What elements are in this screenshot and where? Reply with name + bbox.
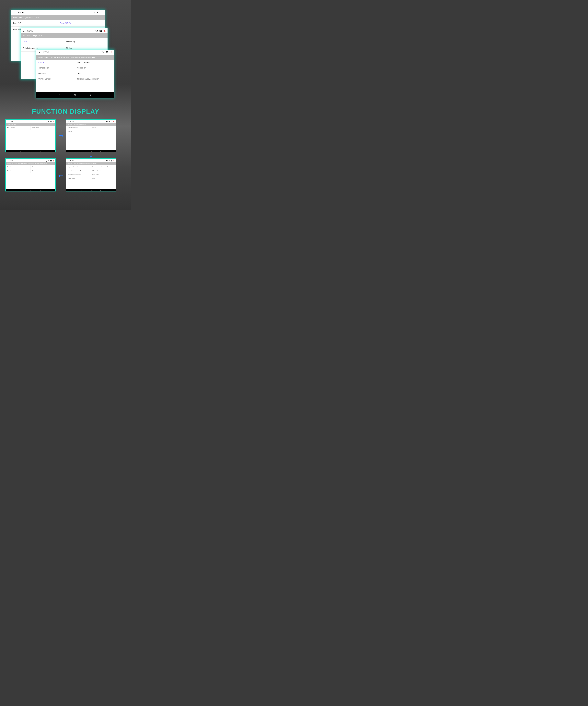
option-multiplexer[interactable]: Multiplexer: [75, 65, 114, 71]
back-button[interactable]: [68, 120, 70, 122]
back-button[interactable]: [68, 159, 70, 161]
nav-recent-icon[interactable]: [40, 189, 41, 191]
nav-back-icon[interactable]: [81, 150, 82, 152]
bluetooth-off-icon[interactable]: [113, 121, 115, 122]
option-dashboard[interactable]: Dashboard: [36, 71, 75, 76]
image-icon[interactable]: [99, 30, 102, 32]
android-navbar: [66, 189, 116, 191]
option-powerdaily[interactable]: PowerDaily: [64, 38, 108, 45]
option-motor-control[interactable]: Motor control: [91, 173, 116, 177]
svg-rect-18: [100, 151, 101, 152]
android-navbar: [6, 189, 55, 191]
option-chassis[interactable]: Chassis: [91, 126, 116, 130]
bluetooth-off-icon[interactable]: [100, 11, 103, 14]
fuso-panel-1: FUSO FUSOHD > FUSO Test by System Test b…: [5, 119, 56, 152]
svg-rect-12: [50, 121, 51, 122]
bluetooth-off-icon[interactable]: [52, 160, 54, 161]
panel-header: FUSO: [66, 159, 116, 162]
option-engine-control[interactable]: Engine control module: [66, 165, 91, 169]
svg-point-21: [91, 190, 91, 191]
back-button[interactable]: [38, 51, 41, 54]
option-transmission[interactable]: Transmission: [36, 65, 75, 71]
option-climate[interactable]: Climate Control: [36, 76, 75, 82]
option-grid: Engine Braking Systems Transmission Mult…: [36, 60, 114, 82]
svg-point-9: [74, 94, 76, 95]
option-grid: Euro 2 Euro 3 Euro 4 Euro 5: [6, 165, 55, 173]
svg-point-25: [30, 190, 31, 191]
nav-back-icon[interactable]: [20, 150, 22, 152]
back-button[interactable]: [23, 29, 26, 32]
video-icon[interactable]: [109, 121, 110, 122]
image-icon[interactable]: [96, 11, 99, 14]
image-icon[interactable]: [50, 160, 52, 161]
option-battery-control[interactable]: Battery control: [66, 177, 91, 181]
breadcrumb: IVECOHD > Light Truck: [21, 33, 108, 38]
nav-home-icon[interactable]: [90, 150, 92, 152]
option-scr[interactable]: SCR: [91, 177, 116, 181]
nav-back-icon[interactable]: [58, 93, 61, 96]
panel-body: [6, 173, 55, 189]
nav-recent-icon[interactable]: [100, 189, 101, 191]
option-security[interactable]: Security: [75, 71, 114, 76]
nav-home-icon[interactable]: [30, 150, 31, 152]
image-icon[interactable]: [111, 121, 112, 122]
panel-body: [36, 82, 114, 92]
video-icon[interactable]: [95, 30, 98, 32]
svg-rect-6: [102, 52, 103, 53]
option-test-by-system[interactable]: Test by System: [6, 126, 31, 130]
option-euro-2-3[interactable]: Euro -/2/3: [11, 20, 58, 27]
refresh-icon[interactable]: [106, 121, 108, 122]
svg-rect-26: [40, 190, 41, 191]
option-integrated-security[interactable]: Integrated security system: [66, 173, 91, 177]
video-icon[interactable]: [48, 160, 49, 161]
video-icon[interactable]: [92, 11, 95, 14]
fuso-panel-4: FUSO FUSOHD > ... > Test by System > Pow…: [5, 158, 56, 192]
back-button[interactable]: [13, 11, 16, 14]
option-trans-control[interactable]: Transmission control module: [66, 169, 91, 173]
option-euro-4-5-6[interactable]: Euro 4/5/5+/6: [58, 20, 105, 27]
image-icon[interactable]: [111, 160, 112, 161]
bluetooth-off-icon[interactable]: [110, 51, 112, 53]
option-test-by-vehicle[interactable]: Test by Vehicle: [31, 126, 55, 130]
option-engine[interactable]: Engine: [36, 60, 75, 65]
option-integrated-control[interactable]: Integrated control: [91, 169, 116, 173]
video-icon[interactable]: [109, 160, 110, 161]
nav-recent-icon[interactable]: [100, 150, 101, 152]
nav-back-icon[interactable]: [81, 189, 82, 191]
svg-rect-0: [93, 12, 94, 13]
image-icon[interactable]: [50, 121, 52, 122]
back-button[interactable]: [7, 120, 9, 122]
bluetooth-off-icon[interactable]: [52, 121, 54, 122]
back-button[interactable]: [7, 159, 9, 161]
svg-rect-24: [50, 160, 51, 161]
option-euro-4[interactable]: Euro 4: [6, 169, 31, 173]
svg-marker-28: [62, 134, 64, 137]
refresh-icon[interactable]: [46, 121, 47, 122]
option-trans-control-euro2[interactable]: Transmission control module Euro 2: [91, 165, 116, 169]
option-daily[interactable]: Daily: [21, 38, 64, 45]
panel-header: FUSO: [6, 159, 55, 162]
panel-header: FUSO: [66, 120, 116, 123]
video-icon[interactable]: [48, 121, 49, 122]
refresh-icon[interactable]: [106, 160, 108, 161]
nav-back-icon[interactable]: [20, 189, 22, 191]
nav-home-icon[interactable]: [90, 189, 92, 191]
option-grid: Daily PowerDaily Daily Latin America Min…: [21, 38, 108, 51]
option-euro-3[interactable]: Euro 3: [31, 165, 55, 169]
option-euro-5[interactable]: Euro 5: [31, 169, 55, 173]
option-euro-2[interactable]: Euro 2: [6, 165, 31, 169]
nav-recent-icon[interactable]: [89, 93, 92, 96]
refresh-icon[interactable]: [46, 160, 47, 161]
bluetooth-off-icon[interactable]: [113, 160, 115, 161]
panel-header: IVECO: [36, 50, 114, 55]
bluetooth-off-icon[interactable]: [103, 30, 106, 32]
image-icon[interactable]: [106, 51, 108, 53]
video-icon[interactable]: [101, 51, 104, 53]
option-braking[interactable]: Braking Systems: [75, 60, 114, 65]
option-telematics[interactable]: Telematics/Body Assembler: [75, 76, 114, 82]
nav-home-icon[interactable]: [30, 189, 31, 191]
nav-recent-icon[interactable]: [40, 150, 41, 152]
option-car-body[interactable]: Car body: [66, 130, 91, 134]
nav-home-icon[interactable]: [74, 93, 76, 96]
option-power-transmission[interactable]: Power transmission: [66, 126, 91, 130]
